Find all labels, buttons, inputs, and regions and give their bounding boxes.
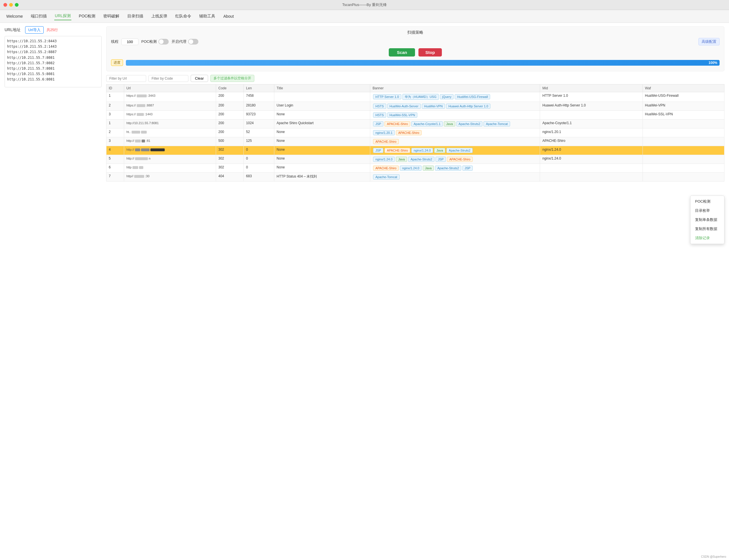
cell-len: 7458	[244, 92, 274, 102]
banner-tag: JSP	[373, 121, 383, 126]
banner-tag: Apache-Tomcat	[373, 174, 399, 180]
title-bar: TscanPlus——By 重剑无锋	[0, 0, 729, 10]
table-row[interactable]: 3http:// :81500125NoneAPACHE-ShiroAPACHE…	[106, 137, 724, 146]
banner-tag: nginx/1.24.0	[373, 157, 395, 162]
poc-check-toggle[interactable]	[158, 39, 169, 45]
nav-poc-check[interactable]: POC检测	[78, 13, 96, 20]
cell-mid: Apache-Coyote/1.1	[540, 120, 643, 128]
cell-waf	[643, 173, 724, 182]
cell-id: 2	[106, 102, 124, 111]
nav-port-scan[interactable]: 端口扫描	[30, 13, 47, 20]
url-textarea[interactable]	[5, 36, 102, 87]
nav-dir-scan[interactable]: 目录扫描	[127, 13, 144, 20]
nav-red-team[interactable]: 红队命令	[175, 13, 192, 20]
proxy-group: 开启代理	[172, 39, 198, 45]
table-row[interactable]: 3https:// :144320093723NoneHSTSHuaWei-SS…	[106, 111, 724, 120]
cell-waf	[643, 164, 724, 173]
cell-mid: nginx/1.20.1	[540, 128, 643, 137]
banner-tag: APACHE-Shiro	[396, 130, 422, 135]
banner-tag: Java	[444, 121, 455, 126]
minimize-button[interactable]	[9, 3, 13, 7]
progress-text: 100%	[708, 61, 717, 65]
context-menu-copy-row[interactable]: 复制单条数据	[690, 215, 724, 224]
cell-url: http:// :81	[124, 137, 216, 146]
table-row[interactable]: 4http:// 3020NoneJSPAPACHE-Shironginx/1.…	[106, 146, 724, 155]
progress-label: 进度	[111, 59, 123, 66]
stop-button[interactable]: Stop	[418, 48, 442, 57]
banner-tag: Java	[423, 166, 434, 171]
col-banner: Banner	[370, 84, 540, 92]
clear-button[interactable]: Clear	[191, 75, 208, 82]
cell-title: User Login	[274, 102, 370, 111]
nav-online-rebound[interactable]: 上线反弹	[151, 13, 168, 20]
banner-tag: APACHE-Shiro	[373, 166, 399, 171]
filter-url-input[interactable]	[106, 75, 146, 82]
table-row[interactable]: 2https:// :888720028180User LoginHSTSHua…	[106, 102, 724, 111]
nav-aux-tools[interactable]: 辅助工具	[199, 13, 216, 20]
scan-button[interactable]: Scan	[389, 48, 415, 57]
context-menu-dir[interactable]: 目录枚举	[690, 206, 724, 215]
maximize-button[interactable]	[15, 3, 19, 7]
cell-url: https:// :3443	[124, 92, 216, 102]
nav-url-probe[interactable]: URL探测	[54, 12, 71, 20]
col-url: Url	[124, 84, 216, 92]
advanced-config-button[interactable]: 高级配置	[698, 38, 720, 45]
cell-banner: nginx/1.24.0JavaApache-Struts2JSPAPACHE-…	[370, 155, 540, 164]
context-menu-clear[interactable]: 清除记录	[690, 233, 724, 243]
context-menu: POC检测 目录枚举 复制单条数据 复制所有数据 清除记录	[690, 196, 724, 244]
url-count: 共25行	[47, 27, 58, 33]
progress-row: 进度 100%	[111, 59, 720, 66]
cell-mid	[540, 164, 643, 173]
cell-waf	[643, 155, 724, 164]
table-row[interactable]: 5http:// n3020Nonenginx/1.24.0JavaApache…	[106, 155, 724, 164]
filter-code-input[interactable]	[148, 75, 188, 82]
col-title: Title	[274, 84, 370, 92]
col-mid: Mid	[540, 84, 643, 92]
table-row[interactable]: 7http// :30404683HTTP Status 404 – 未找到Ap…	[106, 173, 724, 182]
col-len: Len	[244, 84, 274, 92]
cell-id: 4	[106, 146, 124, 155]
table-row[interactable]: 6http 3020NoneAPACHE-Shironginx/1.24.0Ja…	[106, 164, 724, 173]
nav-about[interactable]: About	[223, 13, 234, 20]
poc-check-group: POC检测	[141, 39, 169, 45]
traffic-lights	[3, 3, 19, 7]
cell-len: 125	[244, 137, 274, 146]
app-title: TscanPlus——By 重剑无锋	[342, 3, 387, 7]
table-row[interactable]: 1https:// :34432007458HTTP Server 1.0华为（…	[106, 92, 724, 102]
col-id: ID	[106, 84, 124, 92]
thread-input[interactable]	[121, 39, 138, 45]
nav-password-crack[interactable]: 密码破解	[103, 13, 120, 20]
banner-tag: HSTS	[373, 112, 386, 118]
cell-url: http:// n	[124, 155, 216, 164]
table-row[interactable]: 1http://10.211.55.7:80812001024Apache Sh…	[106, 120, 724, 128]
close-button[interactable]	[3, 3, 7, 7]
cell-len: 93723	[244, 111, 274, 120]
scan-buttons: Scan Stop	[111, 48, 720, 57]
banner-tag: Apache-Struts2	[435, 166, 461, 171]
cell-waf: HuaWei-SSL-VPN	[643, 111, 724, 120]
cell-code: 200	[216, 102, 243, 111]
url-import-button[interactable]: Url导入	[25, 26, 44, 34]
cell-url: http// :30	[124, 173, 216, 182]
nav-welcome[interactable]: Welcome	[6, 13, 23, 20]
banner-tag: APACHE-Shiro	[373, 139, 399, 144]
banner-tag: HuaWei-USG-Firewall	[455, 94, 490, 99]
banner-tag: HuaWei-SSL-VPN	[387, 112, 418, 118]
banner-tag: Java	[434, 148, 445, 153]
cell-banner: HSTSHuaWei-Auth-ServerHuaWei-VPNHuawei A…	[370, 102, 540, 111]
cell-id: 3	[106, 111, 124, 120]
cell-code: 302	[216, 164, 243, 173]
cell-mid: Huawei Auth-Http Server 1.0	[540, 102, 643, 111]
banner-tag: nginx/1.24.0	[400, 166, 422, 171]
cell-len: 28180	[244, 102, 274, 111]
cell-code: 200	[216, 128, 243, 137]
banner-tag: APACHE-Shiro	[447, 157, 473, 162]
context-menu-copy-all[interactable]: 复制所有数据	[690, 224, 724, 233]
cell-mid: APACHE-Shiro	[540, 137, 643, 146]
context-menu-poc[interactable]: POC检测	[690, 197, 724, 206]
proxy-toggle[interactable]	[188, 39, 198, 45]
cell-title	[274, 92, 370, 102]
table-row[interactable]: 2ht.. 20052Nonenginx/1.20.1APACHE-Shiron…	[106, 128, 724, 137]
cell-code: 200	[216, 111, 243, 120]
cell-banner: nginx/1.20.1APACHE-Shiro	[370, 128, 540, 137]
